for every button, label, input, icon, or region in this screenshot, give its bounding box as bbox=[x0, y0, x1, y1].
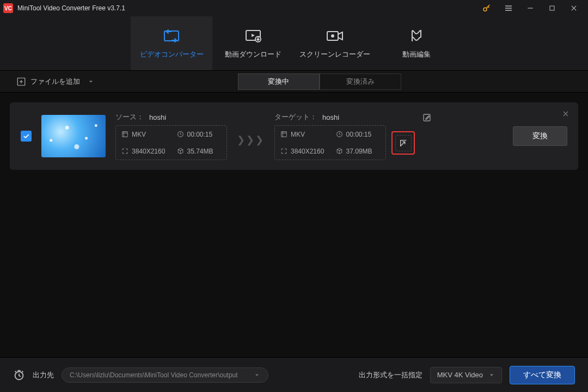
size-icon bbox=[177, 148, 184, 155]
format-icon bbox=[121, 131, 128, 138]
clock-icon bbox=[336, 131, 343, 138]
converter-icon bbox=[163, 28, 180, 44]
size-icon bbox=[336, 148, 343, 155]
tab-label: 動画編集 bbox=[402, 50, 431, 59]
add-file-label: ファイルを追加 bbox=[30, 77, 80, 87]
close-button[interactable] bbox=[563, 0, 585, 16]
footer-bar: 出力先 C:\Users\lizlu\Documents\MiniTool Vi… bbox=[0, 357, 588, 392]
tab-converting[interactable]: 変換中 bbox=[238, 74, 320, 90]
chevron-down-icon bbox=[488, 372, 495, 378]
arrow-separator: ❯❯❯ bbox=[237, 134, 265, 146]
recorder-icon bbox=[326, 28, 344, 44]
output-dir-label: 出力先 bbox=[33, 370, 54, 380]
output-format-selector[interactable]: MKV 4K Video bbox=[430, 367, 502, 383]
tab-video-converter[interactable]: ビデオコンバーター bbox=[131, 16, 212, 70]
main-tabs: ビデオコンバーター 動画ダウンロード スクリーンレコーダー 動画編集 bbox=[0, 16, 588, 71]
target-resolution: 3840X2160 bbox=[291, 148, 324, 155]
tab-video-download[interactable]: 動画ダウンロード bbox=[212, 16, 294, 70]
tab-converted[interactable]: 変換済み bbox=[320, 74, 401, 90]
source-duration: 00:00:15 bbox=[187, 131, 213, 138]
target-duration: 00:00:15 bbox=[346, 131, 372, 138]
remove-item-button[interactable] bbox=[562, 110, 569, 118]
format-icon bbox=[280, 131, 287, 138]
download-icon bbox=[244, 28, 262, 44]
target-label: ターゲット： bbox=[274, 112, 317, 122]
maximize-button[interactable] bbox=[541, 0, 563, 16]
sub-toolbar: ファイルを追加 変換中 変換済み bbox=[0, 71, 588, 93]
source-panel: ソース： hoshi MKV 00:00:15 3840X2160 35.74M… bbox=[115, 112, 227, 160]
svg-rect-8 bbox=[122, 132, 128, 137]
app-logo: VC bbox=[3, 3, 13, 13]
convert-button-label: 変換 bbox=[532, 131, 548, 141]
convert-all-button[interactable]: すべて変換 bbox=[510, 366, 575, 384]
target-name: hoshi bbox=[322, 113, 339, 121]
svg-rect-1 bbox=[550, 6, 554, 10]
svg-rect-2 bbox=[164, 31, 179, 41]
source-label: ソース： bbox=[115, 112, 144, 122]
add-file-button[interactable]: ファイルを追加 bbox=[16, 77, 94, 87]
target-format: MKV bbox=[291, 131, 305, 138]
output-format-value: MKV 4K Video bbox=[437, 371, 483, 379]
source-info: MKV 00:00:15 3840X2160 35.74MB bbox=[115, 125, 227, 160]
tab-label: スクリーンレコーダー bbox=[299, 50, 370, 59]
tab-label: 変換中 bbox=[268, 77, 289, 87]
tab-label: 変換済み bbox=[346, 77, 375, 87]
source-format: MKV bbox=[132, 131, 146, 138]
output-path-selector[interactable]: C:\Users\lizlu\Documents\MiniTool Video … bbox=[62, 367, 268, 383]
window-title: MiniTool Video Converter Free v3.7.1 bbox=[17, 4, 125, 12]
output-format-label: 出力形式を一括指定 bbox=[359, 370, 422, 380]
chevron-down-icon bbox=[88, 78, 94, 85]
output-path-text: C:\Users\lizlu\Documents\MiniTool Video … bbox=[70, 371, 238, 379]
item-checkbox[interactable] bbox=[21, 131, 32, 142]
target-panel: ターゲット： hoshi MKV 00:00:15 3840X2160 37.0… bbox=[274, 112, 386, 160]
upgrade-key-icon[interactable] bbox=[476, 0, 498, 16]
editor-icon bbox=[409, 28, 424, 44]
conversion-item: ソース： hoshi MKV 00:00:15 3840X2160 35.74M… bbox=[10, 102, 578, 170]
tab-screen-recorder[interactable]: スクリーンレコーダー bbox=[294, 16, 376, 70]
add-file-icon bbox=[16, 77, 26, 87]
minimize-button[interactable] bbox=[519, 0, 541, 16]
video-thumbnail[interactable] bbox=[41, 115, 106, 157]
resolution-icon bbox=[121, 148, 128, 155]
schedule-icon[interactable] bbox=[13, 369, 25, 381]
tab-label: 動画ダウンロード bbox=[225, 50, 281, 59]
clock-icon bbox=[177, 131, 184, 138]
source-resolution: 3840X2160 bbox=[132, 148, 165, 155]
edit-target-icon[interactable] bbox=[422, 113, 431, 122]
source-name: hoshi bbox=[149, 113, 166, 121]
content-area: ソース： hoshi MKV 00:00:15 3840X2160 35.74M… bbox=[0, 93, 588, 357]
expand-arrow-icon bbox=[399, 139, 408, 148]
convert-all-label: すべて変換 bbox=[523, 370, 561, 380]
source-size: 35.74MB bbox=[187, 148, 213, 155]
status-tabs: 変換中 変換済み bbox=[238, 74, 401, 90]
svg-point-6 bbox=[331, 34, 334, 38]
resolution-icon bbox=[280, 148, 287, 155]
convert-button[interactable]: 変換 bbox=[513, 126, 567, 146]
svg-rect-10 bbox=[281, 132, 287, 137]
titlebar: VC MiniTool Video Converter Free v3.7.1 bbox=[0, 0, 588, 16]
clip-target-button[interactable] bbox=[391, 131, 415, 155]
tab-label: ビデオコンバーター bbox=[140, 50, 204, 59]
menu-icon[interactable] bbox=[498, 0, 519, 16]
target-size: 37.09MB bbox=[346, 148, 372, 155]
target-info: MKV 00:00:15 3840X2160 37.09MB bbox=[274, 125, 386, 160]
chevron-down-icon bbox=[254, 372, 260, 378]
tab-video-editor[interactable]: 動画編集 bbox=[376, 16, 457, 70]
